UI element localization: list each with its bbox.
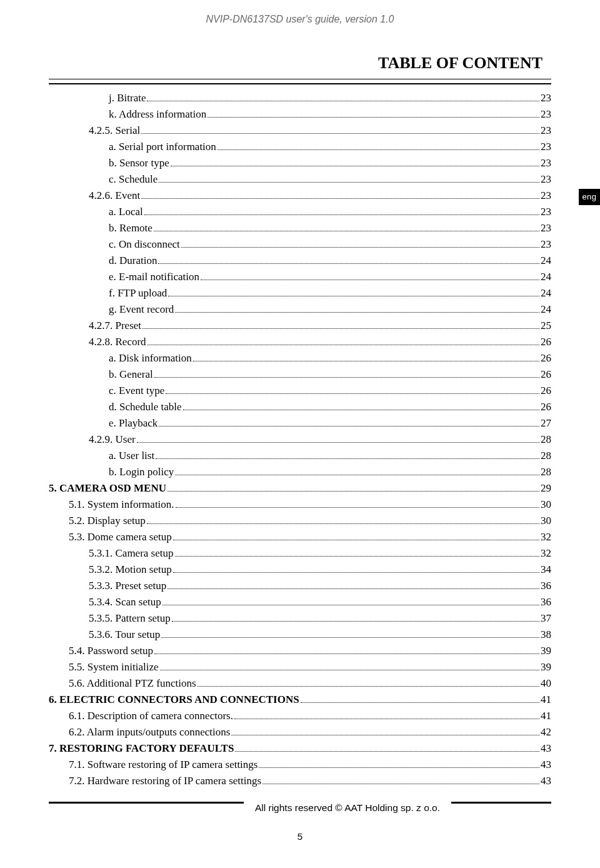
toc-entry[interactable]: 7.2. Hardware restoring of IP camera set… xyxy=(49,775,551,787)
toc-leader xyxy=(147,523,539,524)
toc-leader xyxy=(198,686,539,687)
toc-leader xyxy=(137,442,539,443)
toc-entry[interactable]: a. Disk information 26 xyxy=(49,352,551,365)
toc-entry[interactable]: 6. ELECTRIC CONNECTORS AND CONNECTIONS 4… xyxy=(49,694,551,706)
toc-entry[interactable]: k. Address information 23 xyxy=(49,108,551,121)
toc-page: 23 xyxy=(541,238,551,251)
toc-label: 5.3.6. Tour setup xyxy=(89,628,160,641)
toc-entry[interactable]: 5.5. System initialize 39 xyxy=(49,661,551,674)
toc-entry[interactable]: a. Serial port information 23 xyxy=(49,141,551,153)
toc-label: 4.2.5. Serial xyxy=(89,124,140,137)
toc-entry[interactable]: 5.3.2. Motion setup 34 xyxy=(49,563,551,576)
toc-leader xyxy=(173,540,539,540)
toc-page: 30 xyxy=(541,515,551,527)
toc-leader xyxy=(147,101,539,101)
toc-label: 4.2.8. Record xyxy=(89,336,146,348)
toc-entry[interactable]: 5.3.4. Scan setup 36 xyxy=(49,596,551,608)
toc-entry[interactable]: 5.1. System information. 30 xyxy=(49,498,551,511)
toc-leader xyxy=(175,475,539,475)
toc-label: a. User list xyxy=(109,450,154,462)
toc-leader xyxy=(141,198,539,199)
toc-label: 7. RESTORING FACTORY DEFAULTS xyxy=(49,742,234,755)
toc-page: 24 xyxy=(541,303,551,316)
toc-page: 36 xyxy=(541,580,551,592)
toc-entry[interactable]: 4.2.6. Event 23 xyxy=(49,189,551,202)
toc-entry[interactable]: 7. RESTORING FACTORY DEFAULTS 43 xyxy=(49,742,551,755)
toc-label: b. General xyxy=(109,368,153,381)
toc-page: 24 xyxy=(541,255,551,267)
toc-entry[interactable]: a. User list 28 xyxy=(49,450,551,462)
toc-entry[interactable]: c. Schedule 23 xyxy=(49,173,551,186)
toc-leader xyxy=(158,263,539,264)
toc-entry[interactable]: 5. CAMERA OSD MENU 29 xyxy=(49,482,551,495)
toc-entry[interactable]: 5.6. Additional PTZ functions 40 xyxy=(49,677,551,690)
toc-entry[interactable]: 5.3.1. Camera setup 32 xyxy=(49,547,551,560)
toc-entry[interactable]: e. Playback 27 xyxy=(49,417,551,430)
toc-page: 23 xyxy=(541,108,551,121)
toc-entry[interactable]: e. E-mail notification 24 xyxy=(49,271,551,283)
toc-label: 5.3.4. Scan setup xyxy=(89,596,161,608)
toc-leader xyxy=(175,312,539,313)
toc-leader xyxy=(231,735,539,735)
toc-entry[interactable]: 5.3.5. Pattern setup 37 xyxy=(49,612,551,625)
toc-label: j. Bitrate xyxy=(109,92,146,104)
toc-entry[interactable]: g. Event record 24 xyxy=(49,303,551,316)
page-title: TABLE OF CONTENT xyxy=(0,54,542,73)
toc-page: 43 xyxy=(541,775,551,787)
toc-leader xyxy=(154,231,539,231)
toc-entry[interactable]: j. Bitrate 23 xyxy=(49,92,551,104)
toc-entry[interactable]: d. Duration 24 xyxy=(49,255,551,267)
toc-entry[interactable]: b. General 26 xyxy=(49,368,551,381)
toc-label: 7.1. Software restoring of IP camera set… xyxy=(69,759,258,771)
toc-leader xyxy=(141,133,539,134)
toc-entry[interactable]: 4.2.7. Preset 25 xyxy=(49,320,551,332)
toc-entry[interactable]: c. On disconnect 23 xyxy=(49,238,551,251)
toc-entry[interactable]: 5.3.3. Preset setup 36 xyxy=(49,580,551,592)
toc-entry[interactable]: f. FTP upload 24 xyxy=(49,287,551,300)
toc-label: b. Login policy xyxy=(109,466,174,478)
table-of-contents: j. Bitrate 23k. Address information 234.… xyxy=(49,84,551,787)
toc-leader xyxy=(201,280,539,280)
toc-entry[interactable]: 4.2.5. Serial 23 xyxy=(49,124,551,137)
toc-entry[interactable]: a. Local 23 xyxy=(49,206,551,218)
toc-label: 7.2. Hardware restoring of IP camera set… xyxy=(69,775,261,787)
toc-entry[interactable]: 5.4. Password setup 39 xyxy=(49,645,551,657)
toc-leader xyxy=(166,393,539,394)
toc-label: d. Schedule table xyxy=(109,401,182,413)
toc-entry[interactable]: 5.2. Display setup 30 xyxy=(49,515,551,527)
toc-page: 40 xyxy=(541,677,551,690)
toc-entry[interactable]: 4.2.8. Record 26 xyxy=(49,336,551,348)
toc-entry[interactable]: 6.1. Description of camera connectors. 4… xyxy=(49,710,551,722)
toc-page: 24 xyxy=(541,287,551,300)
toc-label: a. Disk information xyxy=(109,352,192,365)
toc-entry[interactable]: b. Login policy 28 xyxy=(49,466,551,478)
toc-page: 32 xyxy=(541,531,551,543)
toc-leader xyxy=(144,214,539,215)
toc-entry[interactable]: 6.2. Alarm inputs/outputs connections 42 xyxy=(49,726,551,739)
toc-page: 42 xyxy=(541,726,551,739)
toc-page: 26 xyxy=(541,401,551,413)
toc-label: 4.2.7. Preset xyxy=(89,320,141,332)
toc-leader xyxy=(173,572,539,573)
toc-leader xyxy=(259,767,539,768)
toc-entry[interactable]: 5.3.6. Tour setup 38 xyxy=(49,628,551,641)
toc-page: 26 xyxy=(541,336,551,348)
toc-label: d. Duration xyxy=(109,255,157,267)
toc-leader xyxy=(262,784,539,784)
toc-entry[interactable]: b. Remote 23 xyxy=(49,222,551,235)
toc-leader xyxy=(159,426,539,426)
toc-entry[interactable]: 7.1. Software restoring of IP camera set… xyxy=(49,759,551,771)
toc-entry[interactable]: b. Sensor type 23 xyxy=(49,157,551,169)
toc-label: k. Address information xyxy=(109,108,206,121)
toc-entry[interactable]: c. Event type 26 xyxy=(49,385,551,397)
toc-leader xyxy=(159,182,539,183)
toc-entry[interactable]: d. Schedule table 26 xyxy=(49,401,551,413)
toc-entry[interactable]: 5.3. Dome camera setup 32 xyxy=(49,531,551,543)
toc-entry[interactable]: 4.2.9. User 28 xyxy=(49,433,551,446)
toc-page: 29 xyxy=(541,482,551,495)
toc-label: 6. ELECTRIC CONNECTORS AND CONNECTIONS xyxy=(49,694,299,706)
toc-leader xyxy=(160,670,539,670)
toc-leader xyxy=(171,166,539,166)
toc-label: 5.3.1. Camera setup xyxy=(89,547,174,560)
toc-page: 23 xyxy=(541,222,551,235)
